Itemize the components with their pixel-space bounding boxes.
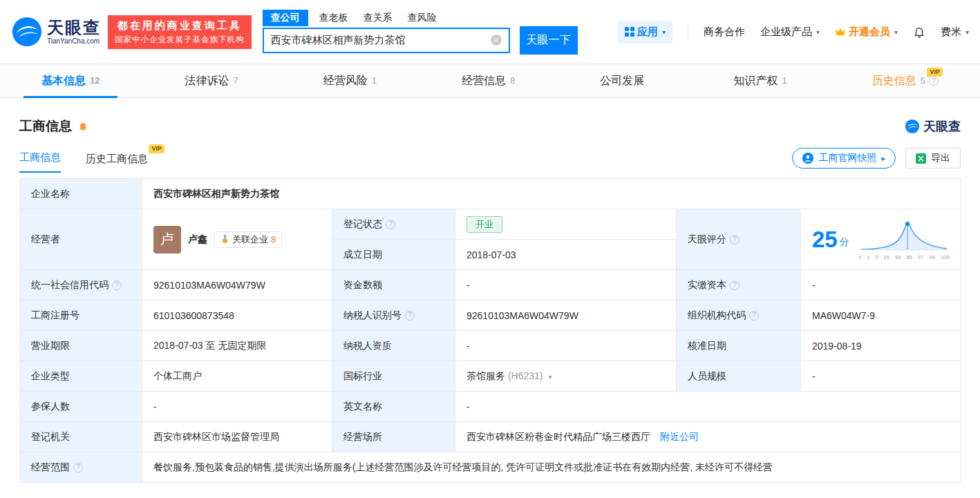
tab-operation-info[interactable]: 经营信息 8: [441, 64, 536, 97]
subtab-business-info[interactable]: 工商信息: [19, 151, 61, 173]
tianyan-score[interactable]: 25 分: [812, 228, 849, 251]
operator-name-link[interactable]: 卢鑫: [188, 233, 207, 246]
taxpayer-id-value-cell: 92610103MA6W04W79W: [455, 300, 677, 331]
vip-badge: VIP: [149, 144, 164, 153]
official-snapshot-button[interactable]: 工商官网快照 ▸: [792, 148, 896, 169]
chevron-down-icon: ▾: [965, 28, 969, 36]
related-companies-badge[interactable]: 关联企业 8: [214, 231, 282, 248]
promo-banner-line1: 都在用的商业查询工具: [115, 19, 245, 32]
help-icon[interactable]: [929, 76, 939, 86]
field-label: 实缴资本: [688, 279, 726, 291]
staff-size-label-cell: 人员规模: [677, 361, 801, 392]
search-tab-company[interactable]: 查公司: [263, 10, 308, 26]
company-type-label-cell: 企业类型: [20, 361, 142, 392]
tab-company-development[interactable]: 公司发展: [579, 64, 669, 97]
chevron-down-icon: ▾: [894, 28, 898, 36]
company-type-value-cell: 个体工商户: [142, 361, 332, 392]
help-icon[interactable]: [749, 311, 759, 320]
business-info-table: 企业名称 西安市碑林区相声新势力茶馆 经营者 卢 卢鑫 关联企业: [19, 178, 961, 483]
nearby-companies-link[interactable]: 附近公司: [660, 431, 699, 442]
field-label: 国标行业: [343, 370, 382, 381]
notification-bell-icon[interactable]: [913, 26, 925, 38]
table-row: 企业名称 西安市碑林区相声新势力茶馆: [20, 179, 961, 209]
search-tabs: 查公司 查老板 查关系 查风险: [263, 10, 578, 26]
field-label: 纳税人资质: [343, 340, 392, 351]
nav-business-cooperation[interactable]: 商务合作: [704, 26, 745, 39]
search-input[interactable]: [271, 35, 491, 46]
search-tab-risk[interactable]: 查风险: [408, 10, 437, 26]
score-unit: 分: [840, 236, 849, 251]
tab-history-info[interactable]: 历史信息 5 VIP: [851, 64, 959, 97]
authority-label-cell: 登记机关: [20, 422, 142, 452]
capital-value-cell: -: [455, 270, 677, 300]
field-label: 组织机构代码: [688, 309, 746, 322]
field-value: -: [812, 280, 816, 291]
help-icon[interactable]: [73, 463, 83, 472]
score-label-cell: 天眼评分: [677, 209, 801, 270]
reg-no-value-cell: 610103600873548: [142, 300, 332, 331]
nav-vip-upgrade[interactable]: 开通会员 ▾: [835, 26, 898, 39]
field-value: 2019-08-19: [812, 341, 862, 352]
table-row: 企业类型 个体工商户 国标行业 茶馆服务 (H6231) ▾ 人员规模 -: [20, 361, 961, 392]
score-chart-axis-ticks: 0131550859799100: [858, 255, 950, 260]
nav-enterprise-products[interactable]: 企业级产品 ▾: [760, 26, 820, 39]
tab-legal-litigation[interactable]: 法律诉讼 7: [164, 64, 259, 97]
operator-value-cell: 卢 卢鑫 关联企业 8: [142, 209, 332, 270]
tab-count: 12: [90, 75, 100, 86]
approval-date-label-cell: 核准日期: [677, 331, 801, 361]
nav-user-menu[interactable]: 费米 ▾: [941, 26, 969, 39]
export-button[interactable]: 导出: [905, 148, 961, 169]
taxpayer-quality-value-cell: -: [455, 331, 677, 361]
operator-avatar[interactable]: 卢: [153, 226, 181, 253]
chevron-down-icon[interactable]: ▾: [548, 373, 552, 381]
table-row: 经营范围 餐饮服务,预包装食品的销售,提供演出场所服务(上述经营范围涉及许可经营…: [20, 452, 961, 483]
chevron-down-icon: ▾: [662, 28, 666, 36]
help-icon[interactable]: [730, 235, 739, 245]
search-tab-relation[interactable]: 查关系: [364, 10, 393, 26]
operator-label-cell: 经营者: [20, 209, 142, 270]
table-row: 营业期限 2018-07-03 至 无固定期限 纳税人资质 - 核准日期 201…: [20, 331, 961, 361]
credit-code-value-cell: 92610103MA6W04W79W: [142, 270, 332, 300]
english-name-label-cell: 英文名称: [332, 392, 455, 422]
field-value: 92610103MA6W04W79W: [153, 280, 265, 291]
tab-intellectual-property[interactable]: 知识产权 1: [713, 64, 807, 97]
paid-capital-label-cell: 实缴资本: [677, 270, 801, 300]
help-icon[interactable]: [405, 311, 415, 320]
table-row: 工商注册号 610103600873548 纳税人识别号 92610103MA6…: [20, 300, 961, 331]
taxpayer-quality-label-cell: 纳税人资质: [332, 331, 455, 361]
tianyancha-logo-icon: [905, 119, 920, 134]
subtab-history-business-info[interactable]: 历史工商信息 VIP: [86, 153, 148, 173]
clear-search-icon[interactable]: ×: [491, 35, 502, 46]
field-value: -: [467, 280, 470, 291]
industry-code: (H6231): [508, 370, 543, 381]
field-value: -: [467, 401, 470, 412]
search-button[interactable]: 天眼一下: [520, 26, 578, 55]
paid-capital-value-cell: -: [801, 270, 961, 300]
tab-label: 基本信息: [41, 74, 86, 88]
tab-label: 公司发展: [600, 74, 644, 88]
apps-menu-button[interactable]: 应用 ▾: [618, 21, 672, 44]
promo-banner: 都在用的商业查询工具 国家中小企业发展子基金旗下机构: [108, 15, 252, 49]
reg-status-value-cell: 开业: [455, 209, 677, 240]
monitor-bell-icon[interactable]: [77, 121, 88, 132]
apps-label: 应用: [637, 26, 658, 39]
search-tab-boss[interactable]: 查老板: [319, 10, 348, 26]
search-box: ×: [263, 28, 510, 53]
field-value: -: [153, 401, 157, 412]
org-code-label-cell: 组织机构代码: [677, 300, 801, 331]
related-count: 8: [271, 234, 276, 245]
premises-label-cell: 经营场所: [332, 422, 455, 452]
tab-operation-risk[interactable]: 经营风险 1: [303, 64, 397, 97]
establish-date-label-cell: 成立日期: [332, 240, 455, 270]
help-icon[interactable]: [112, 280, 122, 290]
score-number: 25: [812, 228, 838, 251]
help-icon[interactable]: [386, 220, 395, 229]
help-icon[interactable]: [730, 280, 739, 290]
tab-basic-info[interactable]: 基本信息 12: [21, 64, 120, 97]
field-label: 经营场所: [343, 431, 382, 442]
field-value: MA6W04W7-9: [812, 310, 875, 321]
arrow-right-icon: ▸: [881, 154, 885, 163]
tianyancha-logo[interactable]: 天眼查 TianYanCha.com: [11, 16, 101, 48]
tab-count: 5: [921, 75, 925, 86]
crown-icon: [835, 27, 846, 37]
